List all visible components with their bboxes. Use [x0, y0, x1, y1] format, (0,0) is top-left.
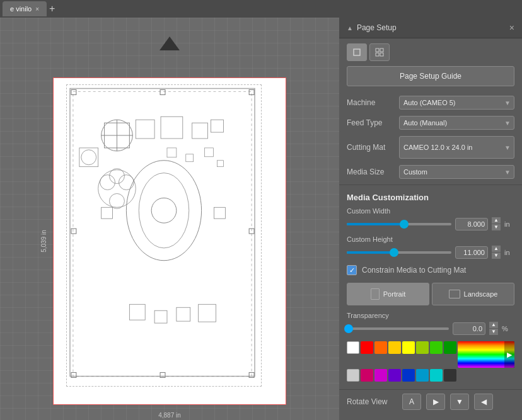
rotate-view-row: Rotate View A ▶ ▼ ◀ [339, 389, 522, 414]
svg-rect-27 [205, 147, 214, 156]
tab-close-icon[interactable]: × [35, 6, 39, 13]
canvas-design[interactable] [66, 84, 262, 387]
custom-height-track[interactable] [347, 251, 451, 254]
swatch-amber[interactable] [388, 341, 401, 354]
svg-rect-29 [73, 91, 252, 376]
cutting-mat-label: Cutting Mat [347, 143, 394, 152]
transparency-up[interactable]: ▲ [489, 322, 498, 328]
custom-height-label: Custom Height [347, 236, 514, 243]
svg-point-13 [151, 198, 177, 223]
panel-close-button[interactable]: × [509, 23, 514, 33]
palette-section: ▶ [339, 338, 522, 387]
swatch-cyan[interactable] [416, 369, 429, 382]
machine-select[interactable]: Auto (CAMEO 5) [399, 96, 514, 110]
machine-label: Machine [347, 98, 394, 107]
portrait-button[interactable]: Portrait [347, 283, 429, 305]
checkbox-checkmark: ✓ [349, 266, 355, 275]
swatch-teal[interactable] [430, 369, 443, 382]
svg-rect-33 [71, 229, 76, 234]
custom-height-thumb [390, 248, 398, 257]
custom-width-spinner: ▲ ▼ [492, 217, 501, 230]
gradient-picker[interactable]: ▶ [458, 341, 514, 368]
main-area: 5,039 in 4,887 in ▲ Page Setup × [0, 18, 522, 420]
transparency-track[interactable] [347, 327, 449, 330]
svg-rect-19 [199, 304, 216, 322]
swatch-magenta[interactable] [374, 369, 387, 382]
custom-width-down[interactable]: ▼ [492, 224, 501, 230]
media-size-select[interactable]: Custom [399, 165, 514, 179]
swatch-lightgray[interactable] [347, 369, 359, 382]
swatch-blue[interactable] [402, 369, 415, 382]
canvas-height-label: 5,039 in [40, 230, 47, 253]
machine-row: Machine Auto (CAMEO 5) ▼ [339, 93, 522, 113]
constrain-label: Constrain Media to Cutting Mat [362, 266, 466, 275]
svg-rect-15 [214, 207, 225, 219]
constrain-checkbox[interactable]: ✓ [347, 265, 357, 275]
tab-add-button[interactable]: + [49, 4, 55, 14]
rotate-left-button[interactable]: ◀ [474, 394, 493, 410]
custom-width-track[interactable] [347, 223, 451, 225]
custom-width-up[interactable]: ▲ [492, 217, 501, 224]
design-svg [67, 85, 261, 386]
tab-evinilo[interactable]: e vinilo × [3, 1, 47, 16]
swatch-purple[interactable] [388, 369, 401, 382]
svg-point-12 [139, 173, 188, 247]
svg-rect-39 [376, 48, 379, 52]
transparency-down[interactable]: ▼ [489, 329, 498, 335]
scroll-up-button[interactable] [160, 37, 180, 50]
canvas-container: 5,039 in 4,887 in [53, 77, 286, 405]
swatch-green[interactable] [430, 341, 443, 354]
single-view-button[interactable] [347, 43, 367, 61]
transparency-thumb [344, 324, 353, 333]
transparency-label: Transparency [347, 312, 514, 319]
media-size-label: Media Size [347, 167, 394, 176]
custom-height-up[interactable]: ▲ [492, 246, 501, 252]
palette-row-2 [347, 369, 514, 382]
transparency-input[interactable] [453, 322, 485, 335]
transparency-spinner: ▲ ▼ [489, 322, 498, 335]
rotate-down-button[interactable]: ▼ [450, 394, 469, 410]
svg-rect-26 [186, 154, 194, 161]
custom-height-input[interactable] [455, 246, 488, 259]
svg-rect-18 [177, 307, 190, 321]
rotate-a-button[interactable]: A [402, 394, 421, 410]
cutting-mat-row: Cutting Mat CAMEO 12.0 x 24.0 in ▼ [339, 133, 522, 162]
swatch-pink[interactable] [361, 369, 373, 382]
swatch-red[interactable] [361, 341, 373, 354]
swatch-darkgray[interactable] [444, 369, 456, 382]
svg-rect-40 [380, 48, 383, 52]
rotate-right-button[interactable]: ▶ [426, 394, 445, 410]
section-title-media: Media Customization [339, 188, 522, 205]
canvas-paper[interactable] [53, 77, 286, 405]
custom-width-input[interactable] [455, 218, 488, 230]
svg-rect-36 [160, 372, 165, 377]
svg-rect-30 [71, 89, 76, 94]
svg-rect-8 [211, 120, 224, 132]
custom-height-down[interactable]: ▼ [492, 253, 501, 259]
media-size-select-wrapper: Custom ▼ [399, 165, 514, 179]
page-setup-guide-button[interactable]: Page Setup Guide [347, 66, 514, 86]
landscape-label: Landscape [464, 290, 498, 298]
grid-view-button[interactable] [369, 43, 390, 61]
svg-rect-38 [354, 49, 360, 55]
cutting-mat-select[interactable]: CAMEO 12.0 x 24.0 in [399, 136, 514, 159]
cutting-mat-select-wrapper: CAMEO 12.0 x 24.0 in ▼ [399, 136, 514, 159]
up-arrow-icon[interactable] [160, 37, 180, 50]
swatch-orange[interactable] [374, 341, 387, 354]
landscape-button[interactable]: Landscape [432, 283, 514, 305]
swatch-lime[interactable] [416, 341, 429, 354]
collapse-icon[interactable]: ▲ [347, 25, 353, 31]
svg-rect-7 [192, 123, 208, 139]
swatch-darkgreen[interactable] [444, 341, 456, 354]
panel-title: Page Setup [357, 23, 397, 32]
view-toggle-row [339, 38, 522, 66]
custom-width-unit: in [504, 220, 514, 228]
custom-height-row: ▲ ▼ in [347, 246, 514, 259]
constrain-checkbox-row[interactable]: ✓ Constrain Media to Cutting Mat [339, 261, 522, 279]
custom-height-unit: in [504, 249, 514, 256]
transparency-section: Transparency ▲ ▼ % [339, 309, 522, 338]
svg-rect-17 [154, 310, 167, 323]
swatch-white[interactable] [347, 341, 359, 354]
swatch-yellow[interactable] [402, 341, 415, 354]
feed-type-select[interactable]: Auto (Manual) [399, 116, 514, 130]
